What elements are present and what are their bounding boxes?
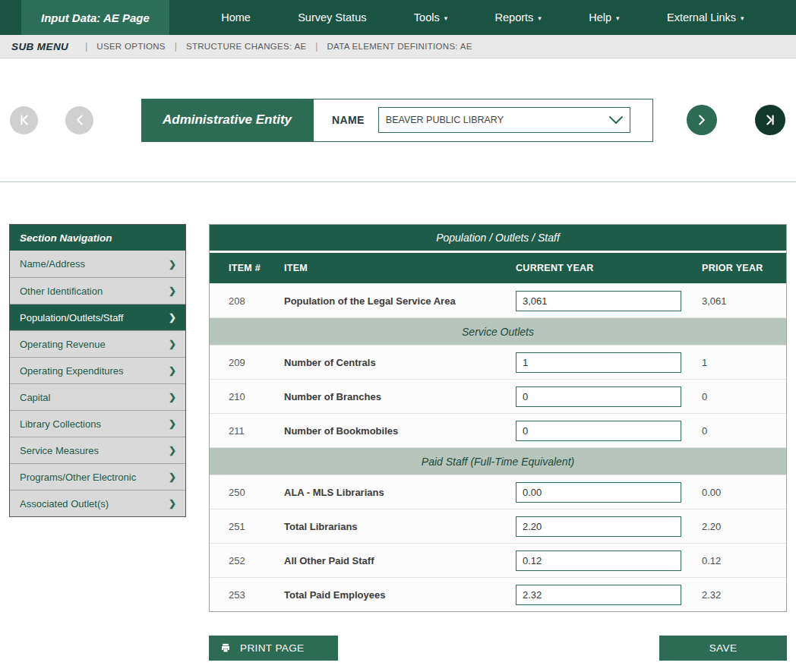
- current-year-input-251[interactable]: [516, 516, 681, 537]
- entity-name-box: NAME BEAVER PUBLIC LIBRARY: [313, 99, 653, 142]
- chevron-right-icon: ❯: [169, 312, 176, 323]
- save-button[interactable]: SAVE: [659, 636, 787, 661]
- entity-type-label: Administrative Entity: [141, 99, 313, 142]
- last-record-button[interactable]: [755, 105, 785, 135]
- sidebar-item-other-identification[interactable]: Other Identification ❯: [10, 277, 185, 304]
- sidebar-item-operating-expenditures[interactable]: Operating Expenditures ❯: [10, 357, 185, 383]
- item-number-cell: 211: [229, 425, 284, 437]
- sidebar-item-label: Other Identification: [20, 286, 103, 297]
- chevron-right-icon: ❯: [169, 498, 176, 509]
- topnav-link[interactable]: External Links ▾: [667, 11, 744, 24]
- next-record-icon: [695, 113, 709, 127]
- select-chevron-down-icon: [608, 115, 624, 125]
- topnav-link-label: Reports: [495, 11, 534, 24]
- item-number-cell: 209: [229, 357, 284, 368]
- sidebar-item-service-measures[interactable]: Service Measures ❯: [10, 437, 185, 463]
- item-number-cell: 250: [229, 487, 284, 498]
- print-page-label: PRINT PAGE: [240, 642, 305, 654]
- sidebar-item-operating-revenue[interactable]: Operating Revenue ❯: [10, 330, 185, 357]
- current-year-input-210[interactable]: [516, 386, 681, 407]
- current-year-input-209[interactable]: [516, 352, 681, 373]
- footer-actions: PRINT PAGE SAVE: [209, 636, 787, 661]
- current-year-input-253[interactable]: [516, 585, 681, 605]
- entity-name-select[interactable]: BEAVER PUBLIC LIBRARY: [378, 107, 630, 133]
- submenu-title: SUB MENU: [11, 41, 68, 52]
- sidebar-item-library-collections[interactable]: Library Collections ❯: [10, 410, 185, 437]
- next-record-button[interactable]: [687, 105, 717, 135]
- sidebar-item-associated-outlet-s[interactable]: Associated Outlet(s) ❯: [10, 490, 185, 516]
- submenu-link[interactable]: DATA ELEMENT DEFINITIONS: AE: [327, 42, 472, 51]
- dropdown-caret-icon: ▾: [444, 14, 448, 22]
- data-table: Population / Outlets / Staff ITEM # ITEM…: [209, 224, 787, 612]
- chevron-right-icon: ❯: [169, 472, 176, 482]
- table-section-label: Paid Staff (Full-Time Equivalent): [422, 456, 574, 468]
- section-navigation: Section Navigation Name/Address ❯ Other …: [9, 224, 186, 517]
- topnav-link[interactable]: Home: [221, 11, 251, 24]
- page-content: Section Navigation Name/Address ❯ Other …: [0, 182, 796, 661]
- topnav-link-label: Help: [589, 11, 611, 24]
- table-title: Population / Outlets / Staff: [210, 225, 786, 251]
- current-year-input-211[interactable]: [516, 421, 681, 441]
- chevron-right-icon: ❯: [169, 365, 176, 376]
- item-label-cell: All Other Paid Staff: [284, 555, 516, 566]
- chevron-right-icon: ❯: [169, 286, 176, 296]
- sidebar-item-label: Programs/Other Electronic: [20, 472, 136, 483]
- submenu-link[interactable]: STRUCTURE CHANGES: AE: [186, 42, 306, 51]
- item-number-cell: 208: [229, 295, 284, 307]
- name-label: NAME: [332, 114, 365, 126]
- item-number-cell: 251: [229, 521, 284, 532]
- section-navigation-list: Name/Address ❯ Other Identification ❯ Po…: [10, 251, 185, 516]
- sidebar-item-label: Associated Outlet(s): [20, 498, 109, 510]
- topnav-link[interactable]: Help ▾: [589, 11, 619, 24]
- sidebar-item-name-address[interactable]: Name/Address ❯: [10, 251, 185, 277]
- item-label-cell: Total Librarians: [284, 521, 516, 532]
- submenu-divider: |: [315, 41, 317, 52]
- submenu-bar: SUB MENU | USER OPTIONS | STRUCTURE CHAN…: [0, 35, 796, 58]
- current-year-cell: [516, 551, 702, 571]
- ae-input-page: Input Data: AE Page Home Survey Status T…: [0, 0, 796, 661]
- previous-record-icon: [73, 113, 87, 127]
- topnav-link[interactable]: Survey Status: [298, 11, 366, 24]
- topnav-link[interactable]: Tools ▾: [414, 11, 447, 24]
- column-header-item-number: ITEM #: [229, 263, 284, 273]
- current-year-cell: [516, 585, 702, 605]
- prior-year-cell: 0.00: [702, 487, 786, 498]
- prior-year-cell: 2.20: [702, 521, 786, 532]
- sidebar-item-label: Library Collections: [20, 418, 101, 430]
- table-row: 209 Number of Centrals 1: [210, 345, 786, 379]
- submenu-divider: |: [175, 41, 177, 52]
- current-year-input-250[interactable]: [516, 482, 681, 503]
- chevron-right-icon: ❯: [169, 418, 176, 429]
- last-record-icon: [763, 113, 777, 127]
- chevron-right-icon: ❯: [169, 392, 176, 402]
- topnav-active-tab[interactable]: Input Data: AE Page: [21, 0, 169, 35]
- table-row: 252 All Other Paid Staff 0.12: [210, 543, 786, 577]
- current-year-input-252[interactable]: [516, 551, 681, 571]
- chevron-right-icon: ❯: [169, 339, 176, 349]
- previous-record-button[interactable]: [65, 106, 93, 134]
- table-row: 210 Number of Branches 0: [210, 379, 786, 413]
- section-navigation-title: Section Navigation: [10, 225, 185, 251]
- sidebar-item-population-outlets-staff[interactable]: Population/Outlets/Staff ❯: [10, 304, 185, 330]
- item-label-cell: ALA - MLS Librarians: [284, 487, 516, 498]
- first-record-icon: [17, 113, 31, 127]
- item-label-cell: Number of Bookmobiles: [284, 425, 516, 437]
- prior-year-cell: 2.32: [702, 589, 786, 601]
- current-year-cell: [516, 421, 702, 441]
- table-section-label: Service Outlets: [462, 326, 534, 338]
- submenu-link[interactable]: USER OPTIONS: [96, 42, 166, 51]
- print-page-button[interactable]: PRINT PAGE: [209, 636, 338, 661]
- current-year-input-208[interactable]: [516, 291, 681, 311]
- topnav-link-label: Home: [221, 11, 251, 24]
- sidebar-item-label: Operating Revenue: [20, 339, 106, 350]
- chevron-right-icon: ❯: [169, 259, 176, 270]
- first-record-button[interactable]: [10, 106, 38, 134]
- record-navigator: Administrative Entity NAME BEAVER PUBLIC…: [0, 58, 796, 181]
- table-section-row: Paid Staff (Full-Time Equivalent): [210, 447, 786, 475]
- main-panel: Population / Outlets / Staff ITEM # ITEM…: [209, 224, 787, 661]
- sidebar-item-capital[interactable]: Capital ❯: [10, 383, 185, 410]
- topnav-link[interactable]: Reports ▾: [495, 11, 542, 24]
- current-year-cell: [516, 291, 702, 311]
- item-label-cell: Population of the Legal Service Area: [284, 295, 516, 307]
- sidebar-item-programs-other-electronic[interactable]: Programs/Other Electronic ❯: [10, 463, 185, 490]
